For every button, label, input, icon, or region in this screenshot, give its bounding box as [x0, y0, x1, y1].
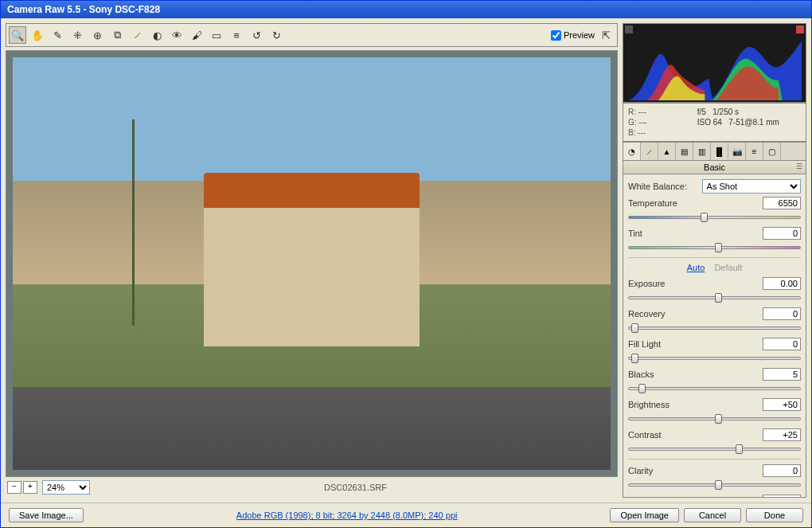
right-panel: R: --- G: --- B: --- f/5 1/250 s ISO 64 … [623, 18, 811, 503]
workflow-link[interactable]: Adobe RGB (1998); 8 bit; 3264 by 2448 (8… [236, 510, 458, 520]
adjust-brush-icon[interactable]: 🖌 [188, 26, 205, 44]
zoom-bar: − + 24% DSC02631.SRF [6, 477, 618, 498]
zoom-in-button[interactable]: + [23, 481, 37, 494]
wb-label: White Balance: [628, 182, 702, 191]
straighten-tool-icon[interactable]: ⟋ [128, 26, 146, 44]
tint-label: Tint [628, 229, 763, 238]
info-r: R: --- [628, 107, 697, 117]
left-panel: 🔍 ✋ ✎ ⁜ ⊕ ⧉ ⟋ ◐ 👁 🖌 ▭ ≡ ↺ ↻ Preview ⇱ [1, 18, 623, 503]
exposure-label: Exposure [628, 279, 763, 288]
filllight-slider[interactable] [628, 354, 801, 363]
titlebar[interactable]: Camera Raw 5.5 - Sony DSC-F828 [1, 1, 811, 18]
tab-lens[interactable]: ▐▌ [711, 143, 728, 160]
vibrance-label: Vibrance [628, 496, 763, 498]
zoom-select[interactable]: 24% [42, 480, 90, 495]
tab-curve[interactable]: ⟋ [641, 143, 658, 160]
color-sampler-icon[interactable]: ⁜ [68, 26, 86, 44]
tab-camera[interactable]: 📷 [728, 143, 746, 160]
histogram[interactable] [623, 23, 806, 103]
filename-display: DSC02631.SRF [95, 483, 616, 492]
tab-strip: ◔ ⟋ ▲ ▤ ▥ ▐▌ 📷 ≡ ▢ [623, 142, 806, 161]
clarity-slider[interactable] [628, 480, 801, 490]
tint-slider[interactable] [628, 243, 801, 252]
panel-flyout-icon[interactable]: ☰ [796, 162, 802, 170]
auto-link[interactable]: Auto [687, 263, 705, 272]
blacks-label: Blacks [628, 370, 763, 379]
controls-panel: White Balance: As Shot Temperature Tint … [623, 174, 806, 498]
info-iso: ISO 64 [697, 118, 722, 127]
target-adjust-icon[interactable]: ⊕ [88, 26, 106, 44]
brightness-label: Brightness [628, 400, 763, 409]
contrast-value[interactable] [763, 428, 801, 441]
toolbar: 🔍 ✋ ✎ ⁜ ⊕ ⧉ ⟋ ◐ 👁 🖌 ▭ ≡ ↺ ↻ Preview ⇱ [6, 23, 618, 47]
window: Camera Raw 5.5 - Sony DSC-F828 🔍 ✋ ✎ ⁜ ⊕… [0, 0, 812, 528]
tab-snapshots[interactable]: ▢ [763, 143, 781, 160]
footer: Save Image... Adobe RGB (1998); 8 bit; 3… [1, 503, 811, 527]
prefs-icon[interactable]: ≡ [228, 26, 245, 44]
highlight-clip-icon[interactable] [796, 25, 804, 33]
image-preview[interactable] [6, 50, 618, 477]
wb-select[interactable]: As Shot [702, 179, 801, 194]
blacks-slider[interactable] [628, 384, 801, 393]
tint-value[interactable] [763, 227, 801, 240]
info-g: G: --- [628, 117, 697, 127]
vibrance-value[interactable] [763, 495, 801, 498]
rotate-ccw-icon[interactable]: ↺ [248, 26, 265, 44]
recovery-slider[interactable] [628, 323, 801, 333]
info-b: B: --- [628, 127, 697, 138]
open-image-button[interactable]: Open Image [610, 508, 679, 522]
spot-removal-icon[interactable]: ◐ [148, 26, 166, 44]
content: 🔍 ✋ ✎ ⁜ ⊕ ⧉ ⟋ ◐ 👁 🖌 ▭ ≡ ↺ ↻ Preview ⇱ [1, 18, 811, 503]
preview-check-input[interactable] [551, 30, 561, 41]
done-button[interactable]: Done [746, 508, 803, 522]
zoom-tool-icon[interactable]: 🔍 [9, 26, 26, 44]
temperature-slider[interactable] [628, 213, 801, 222]
brightness-slider[interactable] [628, 414, 801, 424]
cancel-button[interactable]: Cancel [684, 508, 741, 522]
default-link: Default [714, 263, 742, 272]
rotate-cw-icon[interactable]: ↻ [267, 26, 285, 44]
recovery-label: Recovery [628, 309, 763, 319]
clarity-label: Clarity [628, 466, 763, 475]
blacks-value[interactable] [763, 368, 801, 381]
tab-hsl[interactable]: ▤ [676, 143, 693, 160]
tab-split[interactable]: ▥ [693, 143, 711, 160]
preview-checkbox[interactable]: Preview [551, 30, 595, 41]
crop-tool-icon[interactable]: ⧉ [108, 26, 126, 44]
temperature-value[interactable] [763, 197, 801, 209]
fullscreen-icon[interactable]: ⇱ [597, 26, 615, 44]
info-focal: 7-51@8.1 mm [728, 118, 779, 127]
tab-detail[interactable]: ▲ [658, 143, 676, 160]
info-readout: R: --- G: --- B: --- f/5 1/250 s ISO 64 … [623, 103, 806, 142]
image-canvas [13, 57, 611, 470]
wb-tool-icon[interactable]: ✎ [49, 26, 66, 44]
recovery-value[interactable] [763, 307, 801, 320]
tab-basic[interactable]: ◔ [623, 143, 641, 160]
save-image-button[interactable]: Save Image... [9, 508, 84, 522]
window-title: Camera Raw 5.5 - Sony DSC-F828 [7, 4, 160, 15]
grad-filter-icon[interactable]: ▭ [208, 26, 225, 44]
redeye-tool-icon[interactable]: 👁 [168, 26, 185, 44]
tab-presets[interactable]: ≡ [746, 143, 763, 160]
preview-label: Preview [564, 30, 595, 40]
contrast-slider[interactable] [628, 444, 801, 454]
hand-tool-icon[interactable]: ✋ [29, 26, 46, 44]
clarity-value[interactable] [763, 464, 801, 477]
shadow-clip-icon[interactable] [625, 25, 633, 33]
zoom-out-button[interactable]: − [7, 481, 21, 494]
filllight-label: Fill Light [628, 339, 763, 349]
brightness-value[interactable] [763, 398, 801, 411]
info-shutter: 1/250 s [712, 108, 739, 116]
exposure-slider[interactable] [628, 293, 801, 303]
temperature-label: Temperature [628, 198, 763, 208]
panel-title: Basic ☰ [623, 161, 806, 174]
contrast-label: Contrast [628, 430, 763, 440]
filllight-value[interactable] [763, 338, 801, 350]
info-aperture: f/5 [697, 108, 706, 116]
exposure-value[interactable] [763, 277, 801, 290]
